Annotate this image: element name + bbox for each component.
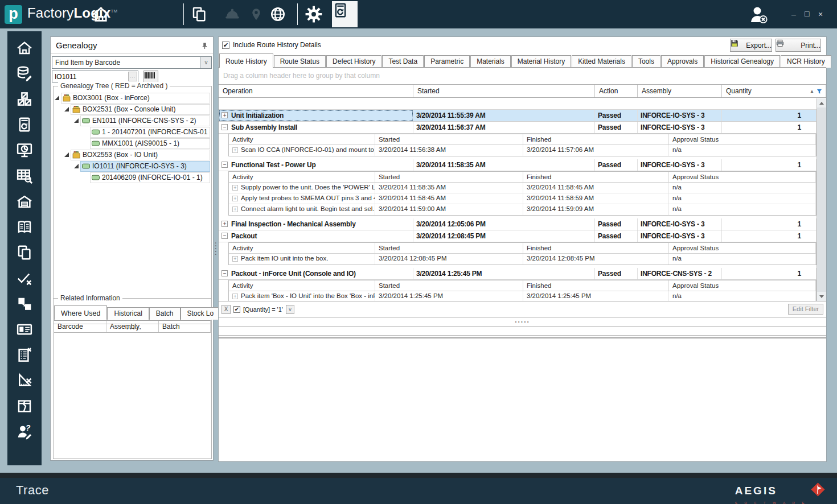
scroll-up-icon[interactable] xyxy=(817,98,826,108)
expand-activity-icon[interactable]: + xyxy=(232,256,238,262)
trace-unit-icon[interactable] xyxy=(16,116,33,133)
activity-row[interactable]: +Supply power to the unit. Does the 'POW… xyxy=(229,183,816,193)
export-button[interactable]: Export... xyxy=(730,39,772,52)
measurement-remove-icon[interactable] xyxy=(16,372,33,389)
related-col-assembly[interactable]: Assembly xyxy=(106,321,159,332)
related-tab-where-used[interactable]: Where Used xyxy=(54,305,107,320)
activity-row[interactable]: +Pack item 'Box - IO Unit' into the Box … xyxy=(229,291,816,301)
detail-col-activity[interactable]: Activity xyxy=(229,172,375,182)
vertical-splitter-grip[interactable]: ····· xyxy=(214,242,218,256)
browse-ellipsis-button[interactable]: ... xyxy=(128,72,137,81)
column-header-started[interactable]: Started xyxy=(413,85,595,97)
tab-parametric[interactable]: Parametric xyxy=(424,55,470,68)
trace-module-active-icon[interactable] xyxy=(332,1,358,27)
collapse-row-icon[interactable]: − xyxy=(221,162,228,168)
detail-col-finished[interactable]: Finished xyxy=(523,134,669,144)
activity-row[interactable]: +Scan IO CCA (INFORCE-IO-01) and mount t… xyxy=(229,145,816,156)
expand-activity-icon[interactable]: + xyxy=(232,185,238,191)
expand-activity-icon[interactable]: + xyxy=(232,196,238,201)
column-header-assembly[interactable]: Assembly xyxy=(638,85,722,97)
collapse-row-icon[interactable]: − xyxy=(221,270,228,276)
tab-materials[interactable]: Materials xyxy=(470,55,511,68)
column-header-action[interactable]: Action xyxy=(595,85,638,97)
tree-node-io1011-inforce-io[interactable]: IO1011 (INFORCE-IO-SYS - 3) xyxy=(55,160,210,172)
detail-col-activity[interactable]: Activity xyxy=(229,134,375,144)
route-row-packout-inforce-unit-console-and-io[interactable]: −Packout - inForce Unit (Console and IO)… xyxy=(219,268,817,280)
tree-node-box2531-box-con[interactable]: BOX2531 (Box - Console Unit) xyxy=(55,104,210,115)
clear-filter-button[interactable]: X xyxy=(221,305,231,314)
pages-duplicate-icon[interactable] xyxy=(16,244,33,261)
detail-col-started[interactable]: Started xyxy=(375,243,523,253)
detail-col-finished[interactable]: Finished xyxy=(523,243,669,253)
tree-node-en1011-inforce-cn[interactable]: EN1011 (INFORCE-CNS-SYS - 2) xyxy=(55,115,210,126)
close-button[interactable]: × xyxy=(818,10,823,18)
detail-col-approval-status[interactable]: Approval Status xyxy=(669,243,816,253)
horizontal-splitter-grip[interactable]: ..... xyxy=(219,318,826,325)
tree-expander-icon[interactable] xyxy=(64,107,69,111)
dock-pin-icon[interactable] xyxy=(201,42,208,49)
expand-row-icon[interactable]: + xyxy=(221,221,228,227)
detail-col-approval-status[interactable]: Approval Status xyxy=(669,134,816,144)
production-helmet-icon[interactable] xyxy=(223,6,241,23)
damaged-package-icon[interactable] xyxy=(16,398,33,415)
detail-col-approval-status[interactable]: Approval Status xyxy=(669,172,816,182)
warehouse-icon[interactable] xyxy=(16,193,33,210)
database-edit-icon[interactable] xyxy=(16,65,33,82)
find-mode-select[interactable]: Find Item by Barcode v xyxy=(52,56,212,69)
approve-reject-icon[interactable] xyxy=(16,270,33,287)
route-row-functional-test-power-up[interactable]: −Functional Test - Power Up3/20/2014 11:… xyxy=(219,159,817,171)
collapse-row-icon[interactable]: − xyxy=(221,124,228,130)
expand-activity-icon[interactable]: + xyxy=(232,147,238,153)
detail-col-finished[interactable]: Finished xyxy=(523,172,669,182)
grid-vertical-scrollbar[interactable] xyxy=(817,98,826,301)
tab-route-history[interactable]: Route History xyxy=(219,53,273,68)
activity-row[interactable]: +Connect alarm light to unit. Begin test… xyxy=(229,204,816,215)
operator-query-icon[interactable]: ? xyxy=(16,423,33,440)
include-route-history-checkbox[interactable]: ✔ xyxy=(222,42,229,49)
collapse-row-icon[interactable]: − xyxy=(221,233,228,239)
expand-activity-icon[interactable]: + xyxy=(232,206,238,212)
tab-historical-genealogy[interactable]: Historical Genealogy xyxy=(704,55,780,68)
detail-col-started[interactable]: Started xyxy=(375,134,523,144)
tab-material-history[interactable]: Material History xyxy=(511,55,571,68)
maximize-button[interactable]: □ xyxy=(805,10,809,18)
globe-icon[interactable] xyxy=(269,6,287,23)
tree-node-201406209-inforce[interactable]: 201406209 (INFORCE-IO-01 - 1) xyxy=(55,172,210,183)
route-row-packout[interactable]: −Packout3/20/2014 12:08:45 PMPassedINFOR… xyxy=(219,230,817,242)
detail-col-finished[interactable]: Finished xyxy=(523,280,669,291)
detail-col-started[interactable]: Started xyxy=(375,280,523,291)
expand-row-icon[interactable]: + xyxy=(221,112,228,118)
tab-route-status[interactable]: Route Status xyxy=(274,55,326,68)
filter-dropdown-icon[interactable]: v xyxy=(286,305,294,314)
expand-activity-icon[interactable]: + xyxy=(232,294,238,299)
column-header-operation[interactable]: Operation xyxy=(219,85,413,97)
filter-funnel-icon[interactable] xyxy=(817,88,822,96)
tree-node-1-201407201-inf[interactable]: 1 - 201407201 (INFORCE-CNS-01 - ... xyxy=(55,126,210,138)
related-col-barcode[interactable]: Barcode xyxy=(54,321,106,332)
tab-approvals[interactable]: Approvals xyxy=(661,55,704,68)
detail-col-activity[interactable]: Activity xyxy=(229,280,375,291)
checklist-remove-icon[interactable] xyxy=(16,346,33,363)
tree-node-mmx1001-ais90015[interactable]: MMX1001 (AIS90015 - 1) xyxy=(55,138,210,149)
tab-test-data[interactable]: Test Data xyxy=(382,55,424,68)
route-row-unit-initialization[interactable]: +Unit Initialization3/20/2014 11:55:39 A… xyxy=(219,110,817,122)
activity-row[interactable]: +Pack item IO unit into the box.3/20/201… xyxy=(229,254,816,265)
id-card-icon[interactable] xyxy=(16,321,33,338)
pages-copy-icon[interactable] xyxy=(190,6,208,23)
home-icon[interactable] xyxy=(91,5,110,24)
data-grid-search-icon[interactable] xyxy=(16,167,33,184)
scan-barcode-button[interactable] xyxy=(143,71,158,82)
related-tab-stock-lo[interactable]: Stock Lo xyxy=(180,307,221,320)
barcode-input[interactable] xyxy=(52,71,138,82)
related-tab-historical[interactable]: Historical xyxy=(107,307,149,320)
tab-defect-history[interactable]: Defect History xyxy=(326,55,381,68)
user-logout-icon[interactable] xyxy=(747,5,770,24)
related-tab-batch[interactable]: Batch xyxy=(149,307,180,320)
detail-col-approval-status[interactable]: Approval Status xyxy=(669,280,816,291)
tree-expander-icon[interactable] xyxy=(74,164,79,168)
chevron-down-icon[interactable]: v xyxy=(200,57,211,68)
edit-filter-button[interactable]: Edit Filter xyxy=(788,304,823,315)
route-row-sub-assembly-install[interactable]: −Sub Assembly Install3/20/2014 11:56:37 … xyxy=(219,122,817,134)
detail-col-started[interactable]: Started xyxy=(375,172,523,182)
scroll-down-icon[interactable] xyxy=(817,292,826,301)
